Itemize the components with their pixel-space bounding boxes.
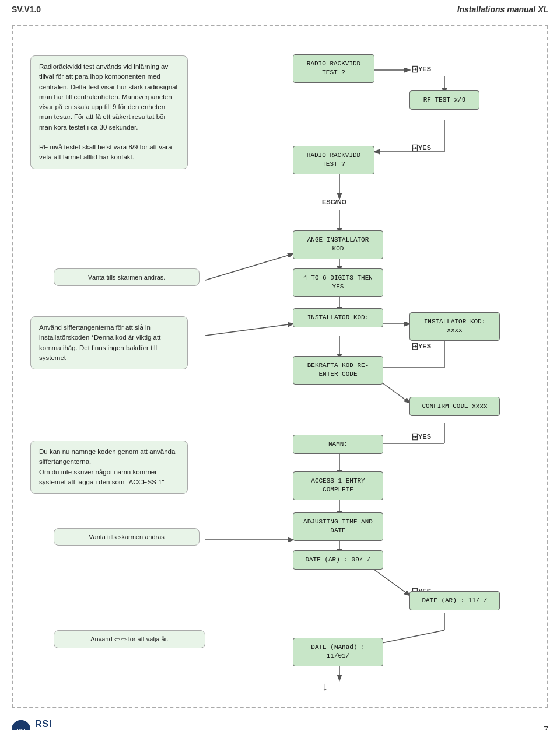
rf-test-box: RF TEST x/9 xyxy=(410,90,480,110)
adjusting-box: ADJUSTING TIME AND DATE xyxy=(293,512,383,541)
namn-box: NAMN: xyxy=(293,435,383,454)
yes-label-2: ⍈ YES xyxy=(412,143,431,152)
svg-line-20 xyxy=(373,630,444,645)
namn-text-box: Du kan nu namnge koden genom att använda… xyxy=(30,441,188,494)
page-header: SV.V1.0 Installations manual XL xyxy=(0,0,560,19)
siffertangenterna-box: Använd siffertangenterna för att slå in … xyxy=(30,316,188,369)
logo-text-group: RSI VIDEOTECHNOLOGIES xyxy=(35,719,76,730)
intro-text: Radioräckvidd test används vid inlärning… xyxy=(39,63,177,131)
svg-line-18 xyxy=(373,569,410,595)
digits-box: 4 TO 6 DIGITS THEN YES xyxy=(293,268,383,297)
siffertangenterna-text: Använd siffertangenterna för att slå in … xyxy=(39,324,160,361)
yes-label-1: ⍈ YES xyxy=(412,64,431,74)
page-number: 7 xyxy=(544,725,548,730)
bekrafta-kod-box: BEKRAFTA KOD RE-ENTER CODE xyxy=(293,356,383,385)
arrows-box: Använd ⇦ ⇨ för att välja år. xyxy=(54,630,205,648)
date-ar-2-box: DATE (AR) : 11/ / xyxy=(410,591,500,610)
namn-text: Du kan nu namnge koden genom att använda… xyxy=(39,448,175,485)
rsi-logo-icon: RSI xyxy=(12,720,30,730)
wait-box-1: Vänta tills skärmen ändras. xyxy=(54,268,200,286)
manual-title: Installations manual XL xyxy=(457,5,548,14)
intro-text-box: Radioräckvidd test används vid inlärning… xyxy=(30,55,188,169)
radio-test-2-box: RADIO RACKVIDD TEST ? xyxy=(293,146,374,174)
arrows-text: Använd ⇦ ⇨ för att välja år. xyxy=(90,635,169,642)
yes-label-3: ⍈ YES xyxy=(412,341,431,351)
svg-line-24 xyxy=(205,324,293,336)
continue-arrow: ↓ xyxy=(322,680,328,693)
installator-kod-2-box: INSTALLATOR KOD: xxxx xyxy=(410,312,500,341)
radio-test-1-box: RADIO RACKVIDD TEST ? xyxy=(293,54,374,83)
yes-label-4: ⍈ YES xyxy=(412,432,431,441)
svg-text:RSI: RSI xyxy=(17,728,24,730)
date-ar-1-box: DATE (AR) : 09/ / xyxy=(293,550,383,570)
wait-box-2: Vänta tills skärmen ändras xyxy=(54,528,200,546)
footer-logo: RSI RSI VIDEOTECHNOLOGIES xyxy=(12,719,76,730)
intro-text-2: RF nivå testet skall helst vara 8/9 för … xyxy=(39,144,172,160)
ange-installator-box: ANGE INSTALLATOR KOD xyxy=(293,230,383,259)
access-entry-box: ACCESS 1 ENTRY COMPLETE xyxy=(293,471,383,500)
date-manad-box: DATE (MAnad) : 11/01/ xyxy=(293,638,383,666)
version-label: SV.V1.0 xyxy=(12,5,41,14)
page-footer: RSI RSI VIDEOTECHNOLOGIES 7 xyxy=(0,714,560,730)
main-content-area: Radioräckvidd test används vid inlärning… xyxy=(12,25,548,708)
svg-line-23 xyxy=(205,254,293,280)
logo-main-text: RSI xyxy=(35,719,52,729)
esc-no-label: ESC/NO xyxy=(322,198,346,205)
confirm-code-box: CONFIRM CODE xxxx xyxy=(410,397,500,416)
installator-kod-1-box: INSTALLATOR KOD: xyxy=(293,308,383,327)
